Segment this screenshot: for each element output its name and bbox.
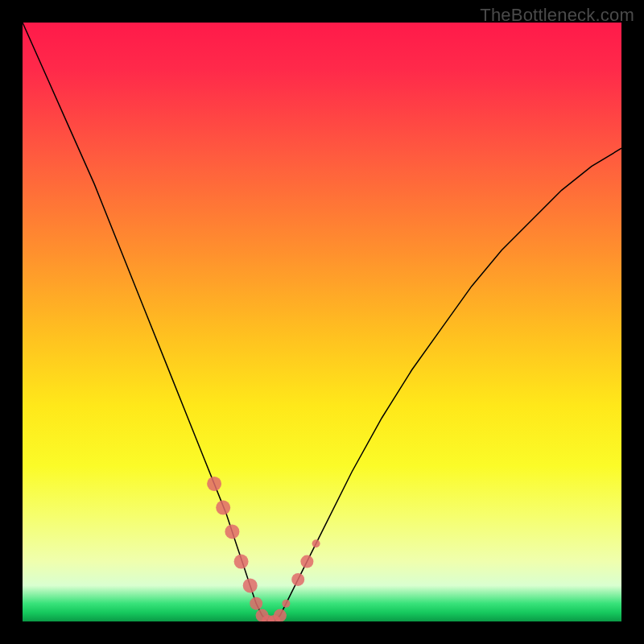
curve-marker	[300, 555, 313, 568]
curve-marker	[234, 555, 249, 569]
curve-marker	[282, 600, 290, 608]
bottleneck-curve	[23, 23, 621, 621]
curve-marker	[274, 609, 287, 621]
curve-marker	[312, 539, 320, 547]
chart-frame: TheBottleneck.com	[0, 0, 644, 644]
plot-area	[23, 23, 621, 621]
curve-marker	[250, 597, 262, 610]
curve-marker	[225, 524, 239, 539]
curve-marker	[207, 477, 221, 491]
curve-marker	[291, 573, 304, 586]
marker-group	[207, 477, 320, 621]
curve-svg	[23, 23, 621, 621]
curve-marker	[216, 501, 230, 515]
curve-marker	[243, 578, 258, 592]
